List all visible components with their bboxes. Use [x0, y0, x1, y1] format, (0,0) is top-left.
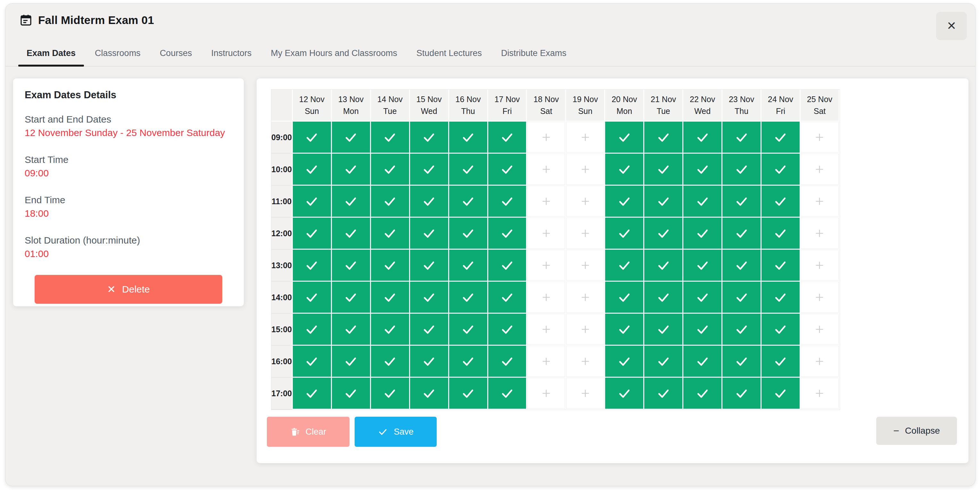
slot-cell-selected-12-nov-1600[interactable] — [293, 346, 332, 377]
slot-cell-selected-22-nov-1700[interactable] — [683, 377, 722, 410]
slot-cell-open-25-nov-1000[interactable] — [800, 154, 840, 186]
slot-cell-open-18-nov-1400[interactable] — [527, 282, 566, 314]
slot-cell-selected-17-nov-1600[interactable] — [488, 346, 527, 377]
slot-cell-selected-16-nov-1000[interactable] — [449, 154, 488, 186]
slot-cell-open-19-nov-1100[interactable] — [566, 186, 605, 218]
slot-cell-selected-15-nov-1400[interactable] — [410, 282, 449, 314]
tab-student-lectures[interactable]: Student Lectures — [408, 43, 490, 66]
slot-cell-selected-20-nov-1600[interactable] — [605, 346, 644, 377]
slot-cell-open-19-nov-1400[interactable] — [566, 282, 605, 314]
tab-exam-dates[interactable]: Exam Dates — [18, 43, 84, 66]
tab-instructors[interactable]: Instructors — [203, 43, 260, 66]
slot-cell-selected-24-nov-1500[interactable] — [762, 314, 800, 346]
slot-cell-open-25-nov-1500[interactable] — [800, 314, 840, 346]
slot-cell-selected-12-nov-1200[interactable] — [293, 218, 332, 250]
slot-cell-open-19-nov-1000[interactable] — [566, 154, 605, 186]
slot-cell-selected-16-nov-1500[interactable] — [449, 314, 488, 346]
slot-cell-selected-15-nov-1200[interactable] — [410, 218, 449, 250]
slot-cell-open-18-nov-1200[interactable] — [527, 218, 566, 250]
slot-cell-selected-17-nov-1200[interactable] — [488, 218, 527, 250]
tab-classrooms[interactable]: Classrooms — [86, 43, 149, 66]
slot-cell-selected-12-nov-1100[interactable] — [293, 186, 332, 218]
slot-cell-open-19-nov-1600[interactable] — [566, 346, 605, 377]
slot-cell-selected-15-nov-0900[interactable] — [410, 122, 449, 154]
slot-cell-selected-21-nov-1200[interactable] — [644, 218, 683, 250]
slot-cell-selected-17-nov-1400[interactable] — [488, 282, 527, 314]
slot-cell-selected-24-nov-1400[interactable] — [762, 282, 800, 314]
slot-cell-selected-23-nov-1200[interactable] — [722, 218, 762, 250]
slot-cell-selected-14-nov-1000[interactable] — [371, 154, 410, 186]
slot-cell-selected-14-nov-0900[interactable] — [371, 122, 410, 154]
slot-cell-selected-14-nov-1300[interactable] — [371, 250, 410, 282]
slot-cell-selected-21-nov-1500[interactable] — [644, 314, 683, 346]
close-button[interactable]: ✕ — [936, 12, 967, 40]
slot-cell-selected-13-nov-1300[interactable] — [332, 250, 371, 282]
slot-cell-selected-16-nov-1400[interactable] — [449, 282, 488, 314]
slot-cell-selected-13-nov-1400[interactable] — [332, 282, 371, 314]
slot-cell-selected-14-nov-1100[interactable] — [371, 186, 410, 218]
slot-cell-selected-13-nov-1200[interactable] — [332, 218, 371, 250]
slot-cell-selected-16-nov-0900[interactable] — [449, 122, 488, 154]
slot-cell-selected-13-nov-1500[interactable] — [332, 314, 371, 346]
tab-my-exam-hours-and-classrooms[interactable]: My Exam Hours and Classrooms — [262, 43, 406, 66]
slot-cell-selected-23-nov-1100[interactable] — [722, 186, 762, 218]
slot-cell-selected-22-nov-1000[interactable] — [683, 154, 722, 186]
slot-cell-selected-15-nov-1000[interactable] — [410, 154, 449, 186]
slot-cell-selected-17-nov-1100[interactable] — [488, 186, 527, 218]
slot-cell-selected-17-nov-1300[interactable] — [488, 250, 527, 282]
slot-cell-selected-20-nov-1700[interactable] — [605, 377, 644, 410]
slot-cell-selected-15-nov-1600[interactable] — [410, 346, 449, 377]
slot-cell-selected-21-nov-1600[interactable] — [644, 346, 683, 377]
slot-cell-selected-24-nov-1000[interactable] — [762, 154, 800, 186]
slot-cell-selected-12-nov-0900[interactable] — [293, 122, 332, 154]
slot-cell-selected-22-nov-1600[interactable] — [683, 346, 722, 377]
slot-cell-selected-12-nov-1400[interactable] — [293, 282, 332, 314]
slot-cell-selected-24-nov-1600[interactable] — [762, 346, 800, 377]
slot-cell-open-25-nov-0900[interactable] — [800, 122, 840, 154]
clear-button[interactable]: Clear — [267, 417, 350, 447]
slot-cell-open-18-nov-1300[interactable] — [527, 250, 566, 282]
tab-courses[interactable]: Courses — [151, 43, 200, 66]
slot-cell-selected-22-nov-1100[interactable] — [683, 186, 722, 218]
slot-cell-selected-13-nov-0900[interactable] — [332, 122, 371, 154]
slot-cell-selected-24-nov-0900[interactable] — [762, 122, 800, 154]
slot-cell-selected-21-nov-1300[interactable] — [644, 250, 683, 282]
slot-cell-selected-12-nov-1000[interactable] — [293, 154, 332, 186]
slot-cell-selected-21-nov-1000[interactable] — [644, 154, 683, 186]
slot-cell-selected-20-nov-1300[interactable] — [605, 250, 644, 282]
slot-cell-selected-21-nov-1100[interactable] — [644, 186, 683, 218]
slot-cell-selected-13-nov-1700[interactable] — [332, 377, 371, 410]
slot-cell-open-19-nov-1500[interactable] — [566, 314, 605, 346]
slot-cell-open-18-nov-1700[interactable] — [527, 377, 566, 410]
slot-cell-selected-16-nov-1200[interactable] — [449, 218, 488, 250]
slot-cell-selected-12-nov-1500[interactable] — [293, 314, 332, 346]
slot-cell-selected-12-nov-1300[interactable] — [293, 250, 332, 282]
slot-cell-selected-16-nov-1700[interactable] — [449, 377, 488, 410]
slot-cell-open-19-nov-1300[interactable] — [566, 250, 605, 282]
slot-cell-selected-22-nov-1400[interactable] — [683, 282, 722, 314]
slot-cell-selected-15-nov-1700[interactable] — [410, 377, 449, 410]
slot-cell-open-18-nov-0900[interactable] — [527, 122, 566, 154]
slot-cell-open-25-nov-1200[interactable] — [800, 218, 840, 250]
slot-cell-selected-14-nov-1500[interactable] — [371, 314, 410, 346]
slot-cell-selected-15-nov-1500[interactable] — [410, 314, 449, 346]
slot-cell-selected-23-nov-1400[interactable] — [722, 282, 762, 314]
slot-cell-selected-16-nov-1100[interactable] — [449, 186, 488, 218]
slot-cell-open-18-nov-1100[interactable] — [527, 186, 566, 218]
slot-cell-selected-21-nov-0900[interactable] — [644, 122, 683, 154]
slot-cell-selected-20-nov-1100[interactable] — [605, 186, 644, 218]
slot-cell-selected-24-nov-1300[interactable] — [762, 250, 800, 282]
slot-cell-selected-16-nov-1300[interactable] — [449, 250, 488, 282]
slot-cell-selected-13-nov-1000[interactable] — [332, 154, 371, 186]
slot-cell-open-18-nov-1500[interactable] — [527, 314, 566, 346]
save-button[interactable]: Save — [355, 417, 437, 447]
slot-cell-selected-20-nov-1500[interactable] — [605, 314, 644, 346]
slot-cell-open-18-nov-1600[interactable] — [527, 346, 566, 377]
slot-cell-selected-17-nov-0900[interactable] — [488, 122, 527, 154]
slot-cell-selected-15-nov-1300[interactable] — [410, 250, 449, 282]
slot-cell-selected-14-nov-1600[interactable] — [371, 346, 410, 377]
slot-cell-selected-20-nov-1400[interactable] — [605, 282, 644, 314]
slot-cell-selected-23-nov-1000[interactable] — [722, 154, 762, 186]
slot-cell-open-25-nov-1100[interactable] — [800, 186, 840, 218]
delete-button[interactable]: ✕ Delete — [35, 275, 222, 304]
